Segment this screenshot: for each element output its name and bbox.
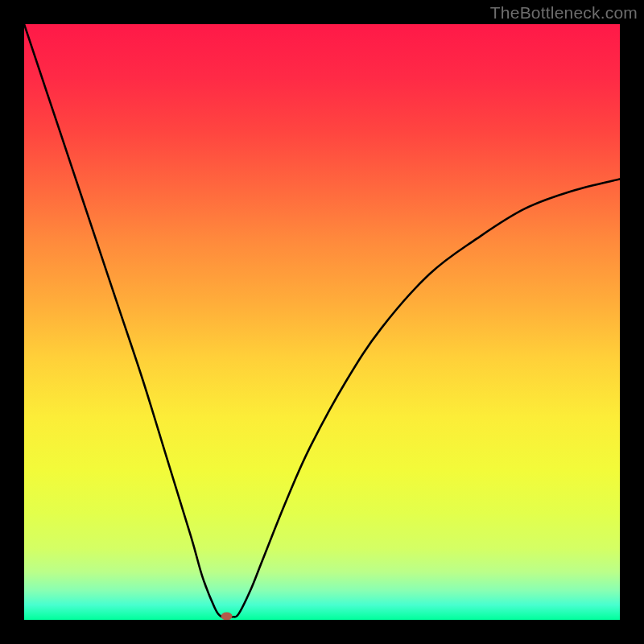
minimum-marker — [221, 613, 233, 620]
chart-frame: TheBottleneck.com — [0, 0, 644, 644]
bottleneck-curve — [24, 24, 620, 620]
curve-path — [24, 24, 620, 617]
watermark-text: TheBottleneck.com — [490, 3, 638, 23]
plot-area — [24, 24, 620, 620]
